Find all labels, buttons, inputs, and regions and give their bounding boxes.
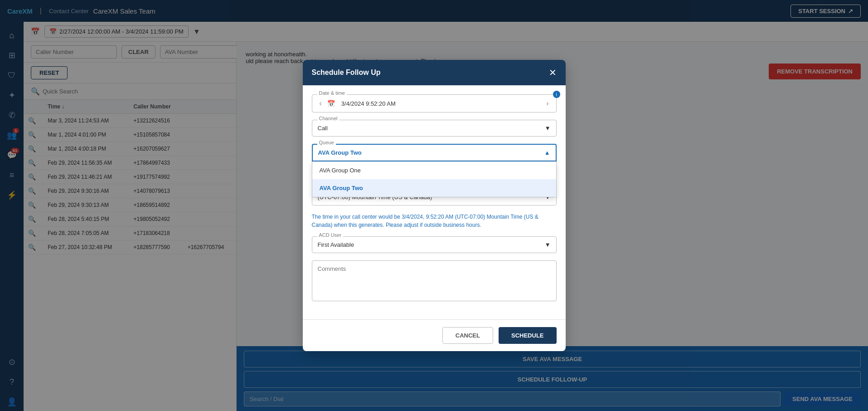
acd-user-field-group: ACD User First Available ▼ — [312, 236, 557, 253]
modal-close-button[interactable]: ✕ — [549, 67, 557, 78]
comments-field-group — [312, 260, 557, 303]
acd-user-field[interactable]: First Available ▼ — [312, 236, 557, 253]
queue-dropdown-list: AVA Group One AVA Group Two — [312, 161, 557, 197]
schedule-info-text: The time in your call center would be 3/… — [312, 213, 557, 229]
date-next-button[interactable]: › — [544, 99, 550, 108]
date-time-label: Date & time — [317, 90, 347, 96]
queue-field[interactable]: AVA Group Two ▲ — [312, 144, 557, 161]
cancel-button[interactable]: CANCEL — [442, 327, 493, 344]
acd-user-value: First Available — [318, 241, 354, 248]
modal-title: Schedule Follow Up — [312, 68, 381, 77]
queue-option-2[interactable]: AVA Group Two — [312, 179, 556, 197]
date-prev-button[interactable]: ‹ — [318, 99, 324, 108]
modal-footer: CANCEL SCHEDULE — [303, 319, 566, 351]
acd-user-label: ACD User — [317, 232, 344, 238]
comments-textarea[interactable] — [312, 260, 557, 301]
channel-label: Channel — [317, 116, 339, 121]
info-dot: i — [553, 91, 560, 98]
schedule-button[interactable]: SCHEDULE — [499, 327, 557, 344]
queue-value: AVA Group Two — [318, 149, 362, 156]
queue-label: Queue — [317, 140, 336, 145]
modal-body: i Date & time ‹ 📅 3/4/2024 9:52:20 AM › … — [303, 85, 566, 319]
date-time-field[interactable]: ‹ 📅 3/4/2024 9:52:20 AM › — [312, 94, 557, 113]
channel-dropdown-icon: ▼ — [545, 125, 551, 132]
date-time-value: 3/4/2024 9:52:20 AM — [341, 100, 541, 107]
acd-user-dropdown-icon: ▼ — [545, 241, 551, 248]
modal-header: Schedule Follow Up ✕ — [303, 60, 566, 85]
queue-option-1[interactable]: AVA Group One — [312, 161, 556, 179]
channel-value: Call — [318, 125, 328, 132]
channel-field[interactable]: Call ▼ — [312, 120, 557, 137]
schedule-followup-modal: Schedule Follow Up ✕ i Date & time ‹ 📅 3… — [303, 60, 566, 351]
channel-field-group: Channel Call ▼ — [312, 120, 557, 137]
calendar-icon: 📅 — [327, 100, 335, 107]
date-time-field-group: i Date & time ‹ 📅 3/4/2024 9:52:20 AM › — [312, 94, 557, 113]
queue-field-group: Queue AVA Group Two ▲ AVA Group One AVA … — [312, 144, 557, 161]
queue-dropdown-icon: ▲ — [544, 149, 550, 156]
modal-overlay: Schedule Follow Up ✕ i Date & time ‹ 📅 3… — [0, 0, 868, 411]
